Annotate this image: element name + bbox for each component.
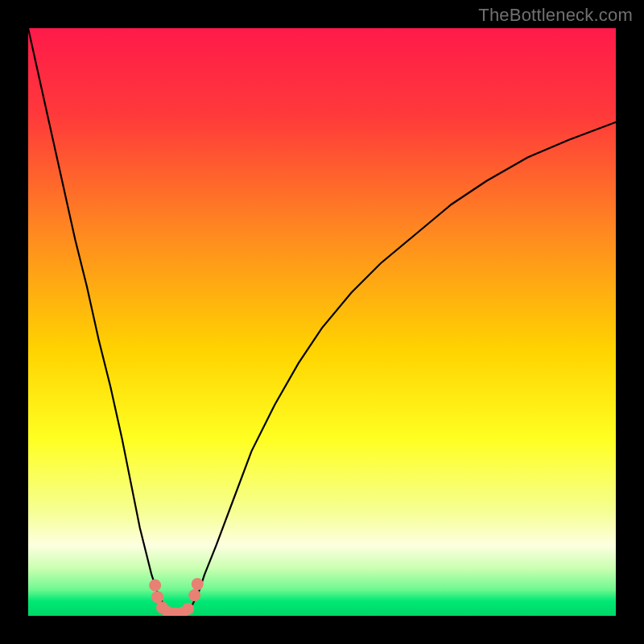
marker-dot [182,603,194,615]
chart-container: { "watermark": "TheBottleneck.com", "cha… [0,0,644,644]
chart-svg [28,28,616,616]
chart-background [28,28,616,616]
marker-dot [151,591,163,603]
marker-dot [149,580,161,592]
marker-dot [192,578,204,590]
watermark-text: TheBottleneck.com [478,5,633,26]
marker-dot [188,589,200,601]
